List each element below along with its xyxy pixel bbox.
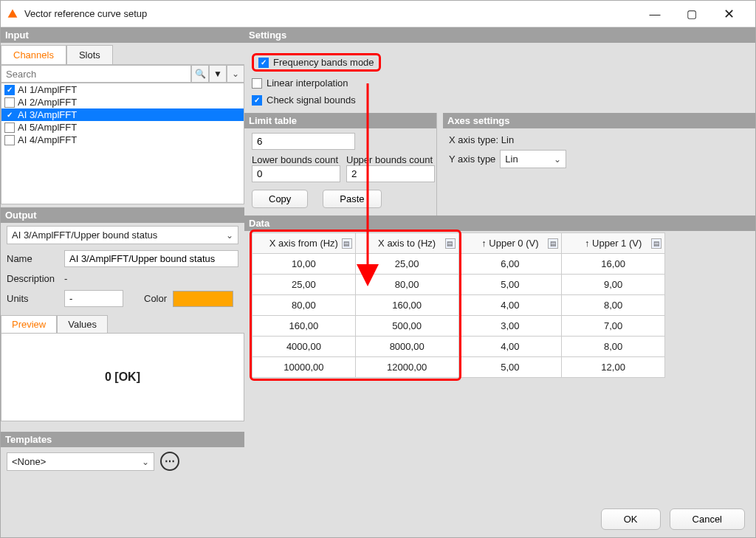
settings-header: Settings <box>244 27 755 43</box>
column-header[interactable]: ↑ Upper 1 (V)▤ <box>562 233 665 254</box>
search-input[interactable] <box>1 65 191 83</box>
table-cell[interactable]: 12000,00 <box>355 357 458 378</box>
color-swatch[interactable] <box>173 291 233 307</box>
table-cell[interactable]: 16,00 <box>562 254 665 275</box>
xaxis-type-label: X axis type: Lin <box>449 134 749 145</box>
table-cell[interactable]: 4,00 <box>458 295 562 316</box>
column-menu-icon[interactable]: ▤ <box>548 238 558 249</box>
data-header: Data <box>244 215 755 231</box>
filter-icon[interactable]: ▼ <box>209 65 227 83</box>
minimize-button[interactable]: — <box>643 7 667 20</box>
maximize-button[interactable]: ▢ <box>680 7 704 21</box>
search-icon[interactable]: 🔍 <box>191 65 209 83</box>
ok-button[interactable]: OK <box>601 508 661 530</box>
table-cell[interactable]: 25,00 <box>355 254 458 275</box>
chevron-down-icon <box>226 230 233 241</box>
channel-checkbox[interactable] <box>4 135 15 145</box>
table-cell[interactable]: 8000,00 <box>355 337 458 357</box>
table-cell[interactable]: 160,00 <box>355 295 458 316</box>
column-header[interactable]: X axis to (Hz)▤ <box>355 233 458 254</box>
templates-select[interactable]: <None> <box>7 452 154 471</box>
upper-bounds-field[interactable] <box>346 165 435 182</box>
name-field[interactable] <box>64 250 238 267</box>
check-signal-bounds-checkbox[interactable] <box>252 95 262 106</box>
table-cell[interactable]: 12,00 <box>562 357 665 378</box>
input-header: Input <box>1 27 244 43</box>
output-header: Output <box>1 207 244 223</box>
table-cell[interactable]: 7,00 <box>562 316 665 337</box>
column-header[interactable]: ↑ Upper 0 (V)▤ <box>458 233 562 254</box>
column-header[interactable]: X axis from (Hz)▤ <box>252 233 356 254</box>
chevron-down-icon <box>142 456 149 467</box>
left-panel: Input Channels Slots 🔍 ▼ AI 1/AmplFFTAI … <box>1 27 244 537</box>
tab-values[interactable]: Values <box>57 315 108 333</box>
tab-channels[interactable]: Channels <box>1 45 66 64</box>
table-row[interactable]: 10000,0012000,005,0012,00 <box>252 357 665 378</box>
yaxis-type-select[interactable]: Lin <box>500 150 566 168</box>
column-menu-icon[interactable]: ▤ <box>342 238 352 249</box>
channel-checkbox[interactable] <box>4 123 15 133</box>
channel-item[interactable]: AI 4/AmplFFT <box>1 134 244 146</box>
channel-item[interactable]: AI 3/AmplFFT <box>1 108 244 121</box>
channel-checkbox[interactable] <box>4 97 15 108</box>
frequency-bands-checkbox[interactable] <box>258 58 269 68</box>
table-cell[interactable]: 6,00 <box>458 254 562 275</box>
units-field[interactable] <box>64 290 123 307</box>
filter-dropdown-icon[interactable] <box>227 65 244 83</box>
channel-item[interactable]: AI 2/AmplFFT <box>1 96 244 108</box>
channel-label: AI 5/AmplFFT <box>18 122 77 133</box>
table-cell[interactable]: 4,00 <box>458 337 562 357</box>
paste-button[interactable]: Paste <box>323 190 381 208</box>
table-row[interactable]: 4000,008000,004,008,00 <box>252 337 665 357</box>
chevron-down-icon <box>554 154 561 165</box>
table-cell[interactable]: 80,00 <box>355 275 458 295</box>
table-cell[interactable]: 160,00 <box>252 316 356 337</box>
table-cell[interactable]: 10,00 <box>252 254 356 275</box>
table-cell[interactable]: 80,00 <box>252 295 356 316</box>
close-button[interactable]: ✕ <box>717 6 740 22</box>
channel-item[interactable]: AI 5/AmplFFT <box>1 121 244 134</box>
description-label: Description <box>7 273 58 284</box>
frequency-bands-highlight: Frequency bands mode <box>252 53 381 72</box>
column-menu-icon[interactable]: ▤ <box>445 238 456 249</box>
table-row[interactable]: 10,0025,006,0016,00 <box>252 254 665 275</box>
window-title: Vector reference curve setup <box>24 8 147 19</box>
output-select[interactable]: AI 3/AmplFFT/Upper bound status <box>7 226 238 244</box>
table-cell[interactable]: 10000,00 <box>252 357 356 378</box>
channel-label: AI 4/AmplFFT <box>18 134 77 145</box>
table-cell[interactable]: 5,00 <box>458 275 562 295</box>
copy-button[interactable]: Copy <box>252 190 308 208</box>
check-signal-bounds-label: Check signal bounds <box>267 94 356 106</box>
preview-text: 0 [OK] <box>105 370 140 384</box>
app-logo-icon <box>7 8 18 20</box>
tab-preview[interactable]: Preview <box>1 315 57 333</box>
table-row[interactable]: 160,00500,003,007,00 <box>252 316 665 337</box>
frequency-bands-label: Frequency bands mode <box>273 57 374 68</box>
channel-list[interactable]: AI 1/AmplFFTAI 2/AmplFFTAI 3/AmplFFTAI 5… <box>1 83 244 204</box>
table-cell[interactable]: 8,00 <box>562 337 665 357</box>
table-cell[interactable]: 25,00 <box>252 275 356 295</box>
linear-interpolation-checkbox[interactable] <box>252 78 262 89</box>
column-menu-icon[interactable]: ▤ <box>651 238 662 249</box>
table-cell[interactable]: 3,00 <box>458 316 562 337</box>
templates-more-button[interactable]: ⋯ <box>160 452 179 471</box>
templates-select-value: <None> <box>12 456 46 467</box>
table-row[interactable]: 25,0080,005,009,00 <box>252 275 665 295</box>
channel-checkbox[interactable] <box>4 85 15 95</box>
table-cell[interactable]: 5,00 <box>458 357 562 378</box>
channel-checkbox[interactable] <box>4 110 15 120</box>
table-cell[interactable]: 500,00 <box>355 316 458 337</box>
table-row[interactable]: 80,00160,004,008,00 <box>252 295 665 316</box>
data-table[interactable]: X axis from (Hz)▤X axis to (Hz)▤↑ Upper … <box>252 232 665 378</box>
table-cell[interactable]: 8,00 <box>562 295 665 316</box>
limit-count-field[interactable] <box>252 133 355 150</box>
lower-bounds-field[interactable] <box>252 165 340 182</box>
table-cell[interactable]: 4000,00 <box>252 337 356 357</box>
tab-slots[interactable]: Slots <box>66 45 113 64</box>
limit-table-header: Limit table <box>244 113 436 128</box>
titlebar: Vector reference curve setup — ▢ ✕ <box>1 1 755 27</box>
cancel-button[interactable]: Cancel <box>670 508 745 530</box>
table-cell[interactable]: 9,00 <box>562 275 665 295</box>
templates-header: Templates <box>1 432 244 447</box>
channel-item[interactable]: AI 1/AmplFFT <box>1 83 244 96</box>
